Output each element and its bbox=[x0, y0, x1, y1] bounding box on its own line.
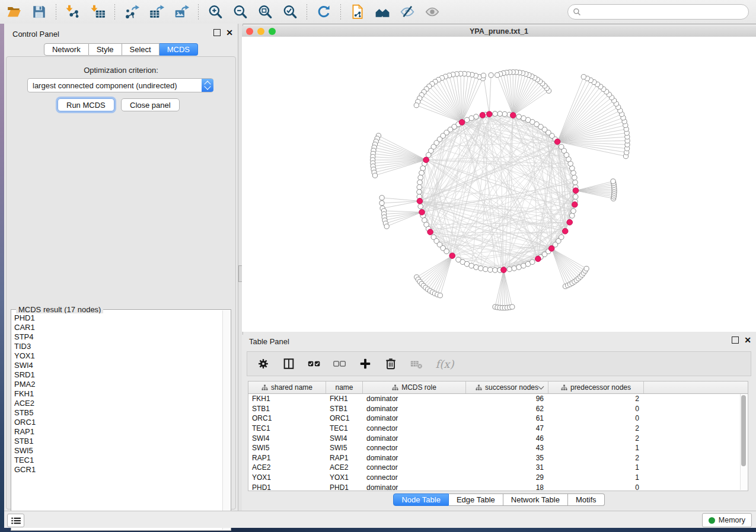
import-table-button[interactable] bbox=[87, 2, 109, 22]
memory-button[interactable]: Memory bbox=[702, 513, 752, 527]
delete-table-icon bbox=[407, 357, 425, 370]
search-icon bbox=[573, 8, 581, 16]
mcds-result-item[interactable]: TID3 bbox=[12, 342, 223, 351]
search-box[interactable] bbox=[567, 4, 749, 20]
open-session-button[interactable] bbox=[4, 2, 25, 22]
mcds-result-item[interactable]: PMA2 bbox=[12, 380, 223, 389]
column-header-label: shared name bbox=[271, 383, 312, 392]
table-row[interactable]: STB1STB1dominator620 bbox=[248, 404, 748, 414]
first-neighbors-button[interactable] bbox=[372, 2, 393, 22]
network-file-button[interactable] bbox=[347, 2, 368, 22]
tab-network-table[interactable]: Network Table bbox=[503, 493, 568, 506]
run-mcds-button[interactable]: Run MCDS bbox=[58, 98, 114, 111]
mcds-result-item[interactable]: SRD1 bbox=[12, 370, 223, 380]
table-cell: SWI5 bbox=[326, 444, 363, 452]
toolbar-separator bbox=[340, 4, 341, 20]
table-cell: dominator bbox=[363, 395, 466, 403]
tab-network[interactable]: Network bbox=[44, 43, 89, 56]
zoom-out-button[interactable] bbox=[229, 2, 251, 22]
save-session-button[interactable] bbox=[28, 2, 50, 22]
table-settings-gear-button[interactable] bbox=[253, 354, 273, 373]
criterion-dropdown-value: largest connected component (undirected) bbox=[28, 81, 202, 90]
table-cell: YOX1 bbox=[248, 473, 326, 482]
delete-column-icon bbox=[382, 357, 400, 370]
mcds-result-item[interactable]: TEC1 bbox=[12, 456, 223, 465]
hide-selected-button[interactable] bbox=[397, 2, 418, 22]
criterion-dropdown[interactable]: largest connected component (undirected) bbox=[27, 78, 213, 92]
mcds-result-item[interactable]: ORC1 bbox=[12, 418, 223, 427]
float-window-icon[interactable] bbox=[213, 29, 221, 36]
close-panel-button[interactable]: Close panel bbox=[121, 98, 180, 111]
mcds-result-group-title: MCDS result (17 nodes) bbox=[16, 305, 103, 314]
deselect-all-checks-button[interactable] bbox=[330, 354, 350, 373]
mcds-result-item[interactable]: SWI5 bbox=[12, 446, 223, 456]
export-network-button[interactable] bbox=[121, 2, 142, 22]
import-network-button[interactable] bbox=[62, 2, 84, 22]
table-cell: SWI4 bbox=[248, 434, 326, 443]
select-all-checks-button[interactable] bbox=[304, 354, 324, 373]
table-row[interactable]: RAP1RAP1dominator352 bbox=[248, 453, 748, 463]
mcds-result-item[interactable]: STB1 bbox=[12, 437, 223, 446]
mcds-result-item[interactable]: FKH1 bbox=[12, 389, 223, 399]
task-history-button[interactable] bbox=[7, 514, 24, 527]
table-cell: RAP1 bbox=[248, 454, 326, 462]
zoom-fit-button[interactable] bbox=[254, 2, 276, 22]
zoom-selected-button[interactable] bbox=[279, 2, 301, 22]
mcds-result-item[interactable]: CAR1 bbox=[12, 323, 223, 332]
column-header-MCDS-role[interactable]: MCDS role bbox=[363, 382, 466, 393]
table-panel: Table Panel ✕ f(x) shared namenameMCDS r… bbox=[242, 335, 756, 511]
column-header-name[interactable]: name bbox=[326, 382, 363, 393]
column-header-label: predecessor nodes bbox=[570, 383, 631, 392]
optimization-criterion-label: Optimization criterion: bbox=[7, 66, 235, 75]
mcds-result-item[interactable]: GCR1 bbox=[12, 465, 223, 475]
table-row[interactable]: ACE2ACE2connector311 bbox=[248, 463, 748, 473]
mcds-result-item[interactable]: ACE2 bbox=[12, 399, 223, 408]
mcds-result-item[interactable]: RAP1 bbox=[12, 427, 223, 437]
close-table-panel-icon[interactable]: ✕ bbox=[744, 337, 751, 343]
mcds-list-scrollbar[interactable] bbox=[222, 310, 230, 530]
mcds-result-item[interactable]: STB5 bbox=[12, 408, 223, 418]
delete-column-button[interactable] bbox=[381, 354, 401, 373]
add-column-button[interactable] bbox=[355, 354, 375, 373]
table-row[interactable]: TEC1TEC1connector472 bbox=[248, 424, 748, 434]
column-header-shared-name[interactable]: shared name bbox=[248, 382, 326, 393]
tab-motifs[interactable]: Motifs bbox=[568, 493, 605, 506]
network-window-titlebar[interactable]: YPA_prune.txt_1 bbox=[242, 26, 756, 37]
table-scrollbar[interactable] bbox=[740, 394, 747, 490]
mcds-result-item[interactable]: SWI4 bbox=[12, 361, 223, 370]
column-header-predecessor-nodes[interactable]: predecessor nodes bbox=[548, 382, 644, 393]
tab-mcds[interactable]: MCDS bbox=[160, 43, 198, 56]
table-row[interactable]: SWI5SWI5connector431 bbox=[248, 443, 748, 453]
table-body: FKH1FKH1dominator962STB1STB1dominator620… bbox=[248, 394, 748, 492]
table-toolbar: f(x) bbox=[247, 351, 751, 376]
show-all-button[interactable] bbox=[422, 2, 443, 22]
tab-edge-table[interactable]: Edge Table bbox=[449, 493, 503, 506]
column-visibility-button[interactable] bbox=[279, 354, 299, 373]
table-row[interactable]: YOX1YOX1connector291 bbox=[248, 473, 748, 483]
table-scrollbar-thumb[interactable] bbox=[741, 395, 746, 466]
tab-select[interactable]: Select bbox=[122, 43, 160, 56]
export-table-button[interactable] bbox=[146, 2, 167, 22]
zoom-in-button[interactable] bbox=[205, 2, 226, 22]
mcds-result-item[interactable]: PHD1 bbox=[12, 313, 223, 323]
mcds-result-item[interactable]: YOX1 bbox=[12, 351, 223, 361]
export-image-button[interactable] bbox=[171, 2, 192, 22]
memory-button-label: Memory bbox=[719, 516, 745, 524]
close-panel-icon[interactable]: ✕ bbox=[226, 30, 233, 36]
table-row[interactable]: ORC1ORC1dominator610 bbox=[248, 414, 748, 424]
tab-style[interactable]: Style bbox=[89, 43, 122, 56]
column-header-successor-nodes[interactable]: successor nodes bbox=[466, 382, 548, 393]
table-row[interactable]: SWI4SWI4dominator462 bbox=[248, 433, 748, 443]
tab-node-table[interactable]: Node Table bbox=[393, 493, 449, 506]
float-table-panel-icon[interactable] bbox=[732, 336, 739, 344]
mcds-result-item[interactable]: STP4 bbox=[12, 332, 223, 342]
refresh-layout-icon bbox=[315, 4, 333, 20]
search-input[interactable] bbox=[584, 7, 744, 17]
table-row[interactable]: PHD1PHD1dominator180 bbox=[248, 482, 748, 492]
network-graph[interactable] bbox=[242, 37, 756, 332]
table-row[interactable]: FKH1FKH1dominator962 bbox=[248, 394, 748, 404]
column-type-icon bbox=[561, 384, 567, 391]
mcds-result-list[interactable]: PHD1CAR1STP4TID3YOX1SWI4SRD1PMA2FKH1ACE2… bbox=[12, 313, 223, 530]
network-canvas[interactable] bbox=[242, 37, 756, 332]
refresh-layout-button[interactable] bbox=[313, 2, 334, 22]
